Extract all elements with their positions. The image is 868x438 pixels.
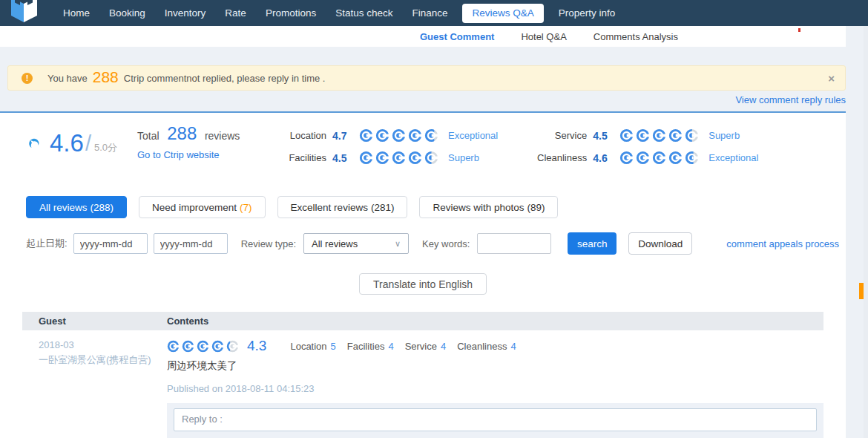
rating-circles xyxy=(359,128,441,143)
review-comment: 周边环境太美了 xyxy=(167,359,823,373)
score-max: 5.0分 xyxy=(94,141,117,154)
nav-item-finance[interactable]: Finance xyxy=(402,0,457,26)
published-timestamp: Published on 2018-08-11 04:15:23 xyxy=(167,383,823,394)
reply-textarea[interactable] xyxy=(174,408,817,431)
ebooking-logo-icon[interactable] xyxy=(6,0,42,24)
tab-guest-comment[interactable]: Guest Comment xyxy=(420,31,494,42)
search-button[interactable]: search xyxy=(568,232,617,255)
nav-item-booking[interactable]: Booking xyxy=(99,0,155,26)
alert-suffix: Ctrip commentnot replied, please reply i… xyxy=(124,73,326,84)
rating-circle-icon xyxy=(167,340,180,353)
rating-circle-icon xyxy=(424,128,438,143)
rating-value: 4.6 xyxy=(593,152,612,164)
rating-circle-icon xyxy=(375,151,389,165)
tab-label: Need improvement xyxy=(152,202,237,213)
nav-item-promotions[interactable]: Promotions xyxy=(256,0,326,26)
nav-item-status-check[interactable]: Status check xyxy=(326,0,402,26)
date-range-label: 起止日期: xyxy=(26,237,68,250)
rating-label: Location xyxy=(273,130,326,141)
translate-button[interactable]: Translate into English xyxy=(359,273,487,295)
reviews-panel: 4.6 / 5.0分 Total 288 reviews Go to Ctrip… xyxy=(0,111,846,438)
translate-row: Translate into English xyxy=(0,273,846,295)
review-date: 2018-03 xyxy=(39,338,167,353)
tab-count: (281) xyxy=(371,202,395,213)
unreplied-alert-banner: ! You have 288 Ctrip commentnot replied,… xyxy=(7,65,846,91)
rating-tag: Exceptional xyxy=(448,130,498,141)
rating-circle-icon xyxy=(211,340,224,353)
rating-circle-icon xyxy=(424,151,438,165)
tab-label: Reviews with photos xyxy=(433,202,524,213)
nav-item-rate[interactable]: Rate xyxy=(215,0,256,26)
rating-circle-icon xyxy=(392,151,406,165)
keywords-input[interactable] xyxy=(477,233,551,254)
total-count: 288 xyxy=(167,123,197,143)
review-filter-tabs: All reviews (288) Need improvement (7) E… xyxy=(26,196,558,218)
rating-tag: Exceptional xyxy=(708,152,758,163)
subscore-value: 5 xyxy=(331,341,336,352)
tab-label: All reviews xyxy=(39,202,88,213)
tab-reviews-with-photos[interactable]: Reviews with photos (89) xyxy=(419,196,558,218)
rating-circle-icon xyxy=(408,128,422,143)
rating-circle-icon xyxy=(182,340,194,353)
subscore-label: Service xyxy=(405,341,437,352)
date-from-input[interactable] xyxy=(73,233,148,254)
view-reply-rules-link[interactable]: View comment reply rules xyxy=(735,94,846,105)
rating-circle-icon xyxy=(619,151,634,165)
total-label: Total xyxy=(137,130,160,142)
nav-item-home[interactable]: Home xyxy=(53,0,99,26)
warning-icon: ! xyxy=(22,73,33,84)
totals-block: Total 288 reviews Go to Ctrip website xyxy=(137,123,240,160)
date-to-input[interactable] xyxy=(154,233,228,254)
tab-excellent-reviews[interactable]: Excellent reviews (281) xyxy=(277,196,408,218)
alert-prefix: You have xyxy=(47,73,88,84)
column-guest: Guest xyxy=(39,316,167,327)
rating-circle-icon xyxy=(408,151,422,165)
rating-value: 4.5 xyxy=(593,130,612,142)
tab-count: (7) xyxy=(240,202,252,213)
alert-count: 288 xyxy=(93,68,119,86)
notification-dot xyxy=(798,28,800,32)
tab-all-reviews[interactable]: All reviews (288) xyxy=(26,196,127,218)
download-button[interactable]: Download xyxy=(628,232,692,255)
rating-circle-icon xyxy=(668,151,683,165)
reply-panel xyxy=(167,403,823,438)
rating-circles xyxy=(619,151,701,165)
subscore-label: Facilities xyxy=(347,341,385,352)
subscore-label: Location xyxy=(290,341,326,352)
rating-circle-icon xyxy=(375,128,389,143)
rules-row: View comment reply rules xyxy=(0,94,846,105)
review-type-select[interactable]: All reviews ∨ xyxy=(303,233,409,254)
go-to-ctrip-link[interactable]: Go to Ctrip website xyxy=(137,149,240,160)
subscore-value: 4 xyxy=(510,341,516,352)
tab-hotel-qa[interactable]: Hotel Q&A xyxy=(521,31,566,42)
rating-circle-icon xyxy=(197,340,209,353)
rating-cleanliness: Cleanliness 4.6 Exceptional xyxy=(529,150,758,166)
review-type-label: Review type: xyxy=(241,238,296,249)
sub-nav: Guest Comment Hotel Q&A Comments Analysi… xyxy=(0,26,846,47)
score-value: 4.6 xyxy=(50,129,84,157)
close-icon[interactable]: × xyxy=(828,73,835,84)
reviews-qa-page: Home Booking Inventory Rate Promotions S… xyxy=(0,0,868,438)
rating-location: Location 4.7 Exceptional xyxy=(273,128,498,143)
scrollbar-track[interactable] xyxy=(864,26,868,438)
tab-count: (288) xyxy=(91,202,114,213)
nav-item-inventory[interactable]: Inventory xyxy=(155,0,216,26)
nav-item-reviews-qa[interactable]: Reviews Q&A xyxy=(462,4,543,23)
feedback-handle[interactable] xyxy=(859,283,864,299)
rating-circles xyxy=(359,151,441,165)
nav-item-property-info[interactable]: Property info xyxy=(549,0,625,26)
rating-circle-icon xyxy=(636,151,650,165)
category-ratings: Location 4.7 Exceptional Service 4.5 Sup… xyxy=(273,128,758,166)
rating-tag: Superb xyxy=(448,152,479,163)
rating-circle-icon xyxy=(652,151,666,165)
rating-value: 4.7 xyxy=(332,130,352,142)
guest-cell: 2018-03 一卧室湖景公寓(携程自营) xyxy=(22,338,167,438)
rating-circles xyxy=(619,128,701,143)
rating-circle-icon xyxy=(668,128,683,143)
tab-comments-analysis[interactable]: Comments Analysis xyxy=(594,31,678,42)
review-score-line: 4.3 Location 5 Facilities 4 Service 4 Cl… xyxy=(167,338,823,354)
tab-need-improvement[interactable]: Need improvement (7) xyxy=(139,196,266,218)
comment-appeals-link[interactable]: comment appeals process xyxy=(726,238,839,249)
score-divider: / xyxy=(85,131,91,156)
rating-circle-icon xyxy=(619,128,634,143)
